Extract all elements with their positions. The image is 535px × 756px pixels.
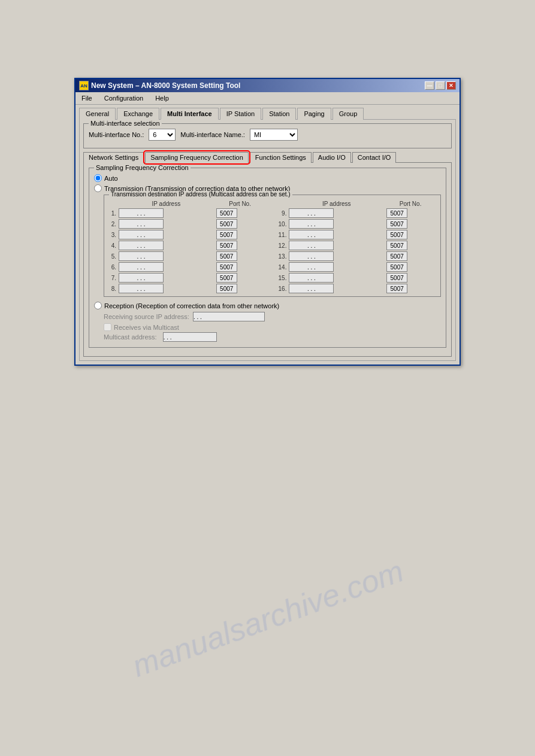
menu-bar: File Configuration Help <box>75 92 460 105</box>
row-num-left-2: 2. <box>109 218 117 229</box>
port-input-left-2[interactable] <box>216 219 237 229</box>
multicast-checkbox[interactable] <box>104 323 111 331</box>
tab-general[interactable]: General <box>79 108 116 120</box>
ip-input-right-4[interactable] <box>289 241 334 250</box>
sub-tab-contact-io[interactable]: Contact I/O <box>352 152 397 163</box>
transmission-radio[interactable] <box>94 184 102 192</box>
port-input-left-6[interactable] <box>216 262 237 272</box>
tab-paging[interactable]: Paging <box>297 108 331 120</box>
port-input-left-3[interactable] <box>216 230 237 239</box>
app-icon: AN <box>79 81 89 90</box>
auto-label: Auto <box>104 175 118 182</box>
main-window: AN New System – AN-8000 System Setting T… <box>74 78 461 366</box>
multi-interface-name-select[interactable]: MI <box>250 129 298 141</box>
ip-input-right-2[interactable] <box>289 219 334 229</box>
multicast-address-label: Multicast address: <box>104 333 157 341</box>
multicast-checkbox-row: Receives via Multicast <box>104 323 441 331</box>
ip-input-left-2[interactable] <box>119 219 164 229</box>
port-input-right-3[interactable] <box>386 230 407 239</box>
port-header-right: Port No. <box>385 200 436 208</box>
sampling-section-label: Sampling Frequency Correction <box>94 164 191 171</box>
tab-exchange[interactable]: Exchange <box>117 108 159 120</box>
multi-select-row: Multi-interface No.: 6 Multi-interface N… <box>89 126 446 144</box>
row-num-left-7: 7. <box>109 272 117 283</box>
table-row: 5.13. <box>109 251 436 262</box>
ip-input-left-4[interactable] <box>119 241 164 250</box>
ip-input-left-6[interactable] <box>119 262 164 272</box>
ip-input-left-8[interactable] <box>119 284 164 293</box>
reception-radio-row: Reception (Reception of correction data … <box>94 302 441 309</box>
row-num-left-5: 5. <box>109 251 117 262</box>
menu-configuration[interactable]: Configuration <box>101 93 147 103</box>
row-num-left-4: 4. <box>109 240 117 251</box>
ip-input-left-1[interactable] <box>119 208 164 218</box>
menu-file[interactable]: File <box>78 93 96 103</box>
multicast-address-row: Multicast address: <box>104 332 441 342</box>
maximize-button[interactable]: □ <box>436 81 445 90</box>
port-header-left: Port No. <box>215 200 265 208</box>
sub-tab-function-settings[interactable]: Function Settings <box>250 152 312 163</box>
ip-input-left-7[interactable] <box>119 273 164 283</box>
title-buttons: — □ ✕ <box>425 81 456 90</box>
port-input-left-5[interactable] <box>216 251 237 261</box>
port-input-right-6[interactable] <box>386 262 407 272</box>
receiving-source-input[interactable] <box>193 312 265 321</box>
ip-table: IP address Port No. IP address Port No. … <box>109 200 436 294</box>
port-input-left-1[interactable] <box>216 208 237 218</box>
receiving-source-row: Receiving source IP address: <box>104 312 441 321</box>
row-num-right-7: 15. <box>277 272 288 283</box>
row-num-right-6: 14. <box>277 262 288 272</box>
port-input-right-4[interactable] <box>386 241 407 250</box>
tab-station[interactable]: Station <box>262 108 296 120</box>
minimize-button[interactable]: — <box>425 81 434 90</box>
content-area: Multi-interface selection Multi-interfac… <box>79 119 456 361</box>
auto-radio-row: Auto <box>94 174 441 182</box>
port-input-right-7[interactable] <box>386 273 407 283</box>
port-input-left-7[interactable] <box>216 273 237 283</box>
sub-tab-sampling[interactable]: Sampling Frequency Correction <box>145 152 249 163</box>
tab-ip-station[interactable]: IP Station <box>220 108 262 120</box>
sub-tab-bar: Network Settings Sampling Frequency Corr… <box>83 152 452 163</box>
ip-input-right-8[interactable] <box>289 284 334 293</box>
port-input-right-5[interactable] <box>386 251 407 261</box>
sampling-section: Sampling Frequency Correction Auto Trans… <box>89 168 446 348</box>
ip-input-right-6[interactable] <box>289 262 334 272</box>
table-row: 4.12. <box>109 240 436 251</box>
ip-input-right-1[interactable] <box>289 208 334 218</box>
ip-header-left: IP address <box>117 200 215 208</box>
ip-header-right: IP address <box>288 200 385 208</box>
tab-group[interactable]: Group <box>333 108 364 120</box>
close-button[interactable]: ✕ <box>446 81 456 90</box>
row-num-right-5: 13. <box>277 251 288 262</box>
table-row: 3.11. <box>109 229 436 240</box>
name-label: Multi-interface Name.: <box>180 131 245 138</box>
sub-tab-audio-io[interactable]: Audio I/O <box>313 152 351 163</box>
ip-input-right-5[interactable] <box>289 251 334 261</box>
ip-input-right-7[interactable] <box>289 273 334 283</box>
port-input-right-8[interactable] <box>386 284 407 293</box>
ip-input-left-5[interactable] <box>119 251 164 261</box>
ip-input-left-3[interactable] <box>119 230 164 239</box>
tab-multi-interface[interactable]: Multi Interface <box>161 108 219 120</box>
row-num-left-6: 6. <box>109 262 117 272</box>
port-input-right-2[interactable] <box>386 219 407 229</box>
multicast-address-input[interactable] <box>163 332 217 342</box>
port-input-left-8[interactable] <box>216 284 237 293</box>
port-input-left-4[interactable] <box>216 241 237 250</box>
port-input-right-1[interactable] <box>386 208 407 218</box>
row-num-right-2: 10. <box>277 218 288 229</box>
multi-interface-no-select[interactable]: 6 <box>149 129 176 141</box>
multi-interface-section: Multi-interface selection Multi-interfac… <box>83 123 452 148</box>
menu-help[interactable]: Help <box>152 93 173 103</box>
watermark: manualsarchive.com <box>127 552 408 684</box>
row-num-left-8: 8. <box>109 283 117 294</box>
reception-label: Reception (Reception of correction data … <box>104 302 279 309</box>
receives-via-label: Receives via Multicast <box>114 324 179 331</box>
auto-radio[interactable] <box>94 174 102 182</box>
no-label: Multi-interface No.: <box>89 131 144 138</box>
transmission-dest-box: Transmission destination IP address (Mul… <box>104 195 441 297</box>
sub-tab-network-settings[interactable]: Network Settings <box>83 152 144 163</box>
reception-radio[interactable] <box>94 302 102 309</box>
ip-input-right-3[interactable] <box>289 230 334 239</box>
row-num-left-3: 3. <box>109 229 117 240</box>
